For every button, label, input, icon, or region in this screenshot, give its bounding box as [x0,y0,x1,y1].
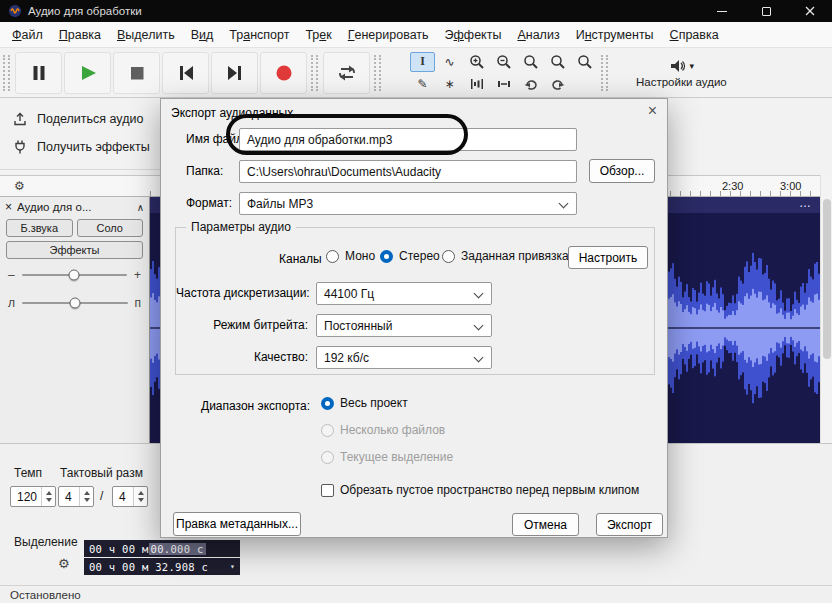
browse-button[interactable]: Обзор... [589,159,655,183]
pan-knob[interactable] [69,298,80,309]
bitrate-mode-select[interactable]: Постоянный [316,314,492,337]
toolbar-grip[interactable] [374,55,381,91]
silence-audio-button[interactable] [491,74,516,94]
fit-project-button[interactable] [545,52,570,72]
menu-item-Транспорт[interactable]: Транспорт [221,22,297,47]
timesig-numerator-spinner[interactable]: 4 [58,486,94,507]
envelope-icon: ∿ [444,55,454,69]
folder-value: C:\Users\ohrau\Documents\Audacity [247,165,441,179]
pause-button[interactable] [15,52,62,94]
play-button[interactable] [64,52,111,94]
menu-item-Выделить[interactable]: Выделить [109,22,183,47]
gain-slider[interactable] [22,274,127,276]
envelope-tool-button[interactable]: ∿ [437,52,462,72]
record-button[interactable] [260,52,307,94]
format-select[interactable]: Файлы MP3 [239,192,577,215]
gain-knob[interactable] [69,270,80,281]
spinner-arrows[interactable] [133,487,147,506]
chevron-down-icon [474,289,484,299]
maximize-button[interactable] [744,0,788,22]
main-toolbar: I ∿ [0,48,832,98]
audio-options-group: Параметры аудио Каналы Моно Стерео Задан… [175,227,655,375]
radio-disabled-icon [321,424,334,437]
stop-button[interactable] [113,52,160,94]
audio-setup-button[interactable]: ▾ Настройки аудио [636,57,727,88]
ibeam-icon: I [420,54,425,69]
scrollbar-thumb[interactable] [823,199,831,359]
track-close-icon[interactable]: × [5,200,12,214]
skip-to-end-button[interactable] [211,52,258,94]
trim-audio-button[interactable] [464,74,489,94]
clip-menu-icon[interactable]: … [799,196,812,210]
close-window-button[interactable] [788,0,832,22]
mute-button[interactable]: Б.звука [6,219,73,237]
undo-button[interactable] [518,74,543,94]
dialog-title: Экспорт аудиоданных [171,106,293,120]
menu-item-Эффекты[interactable]: Эффекты [437,22,510,47]
menu-item-Вид[interactable]: Вид [183,22,222,47]
track-collapse-icon[interactable]: ∧ [137,202,144,213]
pan-slider[interactable] [22,302,127,304]
zoom-toggle-button[interactable] [572,52,597,72]
effects-button[interactable]: Эффекты [6,241,143,259]
quality-select[interactable]: 192 кб/с [316,346,492,369]
get-effects-button[interactable]: Получить эффекты [0,133,163,161]
configure-button[interactable]: Настроить [568,246,648,269]
channels-mono-radio[interactable]: Моно [326,249,375,263]
folder-label: Папка: [186,164,223,178]
dialog-close-icon[interactable]: × [648,102,657,120]
menu-item-Справка[interactable]: Справка [662,22,727,47]
tempo-spinner[interactable]: 120 [10,486,56,507]
menu-item-Генерировать[interactable]: Генерировать [340,22,437,47]
menu-item-Правка[interactable]: Правка [51,22,109,47]
minimize-button[interactable] [700,0,744,22]
toolbar-grip[interactable] [601,55,608,91]
selection-end-field[interactable]: 00 ч 00 м 32.908 с ▾ [84,558,240,575]
zoom-in-button[interactable] [464,52,489,72]
loop-button[interactable] [323,52,370,94]
spinner-arrows[interactable] [79,487,93,506]
play-icon [78,63,98,83]
sample-rate-select[interactable]: 44100 Гц [316,282,492,305]
folder-input[interactable]: C:\Users\ohrau\Documents\Audacity [239,160,577,183]
share-audio-button[interactable]: Поделиться аудио [0,105,163,133]
chevron-down-icon [559,199,569,209]
redo-button[interactable] [545,74,570,94]
range-multiple-files-radio[interactable]: Несколько файлов [321,423,445,437]
toolbar-grip[interactable] [3,55,10,91]
channels-custom-radio[interactable]: Заданная привязка [442,249,569,263]
track-name[interactable]: Аудио для о... [17,201,132,213]
mono-label: Моно [345,249,375,263]
range-current-selection-radio[interactable]: Текущее выделение [321,450,453,464]
share-toolbar: Поделиться аудио Получить эффекты [0,98,164,170]
caret-down-icon[interactable]: ▾ [230,562,235,571]
timesig-denominator-spinner[interactable]: 4 [112,486,148,507]
selection-settings-gear-icon[interactable]: ⚙ [58,556,70,571]
zoom-out-button[interactable] [491,52,516,72]
menu-item-Инструменты[interactable]: Инструменты [568,22,662,47]
cancel-button[interactable]: Отмена [512,513,579,536]
export-button[interactable]: Экспорт [596,513,663,536]
edit-metadata-button[interactable]: Правка метаданных... [173,512,301,536]
audio-options-legend: Параметры аудио [186,220,296,234]
solo-button[interactable]: Соло [77,219,144,237]
fit-project-icon [550,54,566,70]
filename-input[interactable]: Аудио для обработки.mp3 [239,128,577,151]
selection-start-field[interactable]: 00 ч 00 м 00.000 с [84,540,240,557]
selection-tool-button[interactable]: I [410,52,435,72]
menu-item-Анализ[interactable]: Анализ [509,22,567,47]
record-icon [274,63,294,83]
share-audio-label: Поделиться аудио [37,112,143,126]
range-whole-project-radio[interactable]: Весь проект [321,396,408,410]
multi-tool-button[interactable]: ∗ [437,74,462,94]
skip-to-start-button[interactable] [162,52,209,94]
trim-silence-checkbox[interactable]: Обрезать пустое пространство перед первы… [321,483,639,497]
timeline-options-gear-icon[interactable]: ⚙ [14,179,25,193]
channels-stereo-radio[interactable]: Стерео [380,249,440,263]
spinner-arrows[interactable] [41,487,55,506]
menu-item-Файл[interactable]: Файл [4,22,51,47]
toolbar-grip[interactable] [311,55,318,91]
fit-selection-button[interactable] [518,52,543,72]
draw-tool-button[interactable]: ✎ [410,74,435,94]
menu-item-Трек[interactable]: Трек [297,22,339,47]
